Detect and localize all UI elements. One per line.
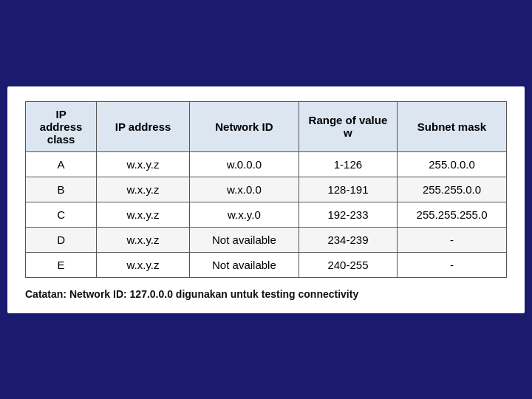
range-b: 128-191 — [299, 177, 397, 202]
subnet-b: 255.255.0.0 — [398, 177, 507, 202]
range-d: 234-239 — [299, 227, 397, 252]
ip-c: w.x.y.z — [97, 202, 190, 227]
netid-d: Not available — [189, 227, 299, 252]
class-d: D — [26, 227, 97, 252]
ip-b: w.x.y.z — [97, 177, 190, 202]
class-c: C — [26, 202, 97, 227]
table-row: A w.x.y.z w.0.0.0 1-126 255.0.0.0 — [26, 151, 507, 177]
class-a: A — [26, 151, 97, 177]
header-network-id: Network ID — [189, 101, 299, 151]
subnet-e: - — [398, 252, 507, 277]
table-row: E w.x.y.z Not available 240-255 - — [26, 252, 507, 277]
table-row: C w.x.y.z w.x.y.0 192-233 255.255.255.0 — [26, 202, 507, 227]
netid-e: Not available — [189, 252, 299, 277]
ip-e: w.x.y.z — [97, 252, 190, 277]
ip-d: w.x.y.z — [97, 227, 190, 252]
header-subnet: Subnet mask — [398, 101, 507, 151]
ip-a: w.x.y.z — [97, 151, 190, 177]
note-text: Catatan: Network ID: 127.0.0.0 digunakan… — [25, 288, 507, 300]
netid-c: w.x.y.0 — [189, 202, 299, 227]
slide-container: IP address class IP address Network ID R… — [7, 86, 525, 313]
netid-a: w.0.0.0 — [189, 151, 299, 177]
range-c: 192-233 — [299, 202, 397, 227]
header-range: Range of value w — [299, 101, 397, 151]
range-e: 240-255 — [299, 252, 397, 277]
header-ip-class: IP address class — [26, 101, 97, 151]
header-ip-address: IP address — [97, 101, 190, 151]
class-b: B — [26, 177, 97, 202]
netid-b: w.x.0.0 — [189, 177, 299, 202]
table-row: B w.x.y.z w.x.0.0 128-191 255.255.0.0 — [26, 177, 507, 202]
range-a: 1-126 — [299, 151, 397, 177]
class-e: E — [26, 252, 97, 277]
ip-table: IP address class IP address Network ID R… — [25, 101, 507, 278]
subnet-d: - — [398, 227, 507, 252]
table-row: D w.x.y.z Not available 234-239 - — [26, 227, 507, 252]
subnet-c: 255.255.255.0 — [398, 202, 507, 227]
subnet-a: 255.0.0.0 — [398, 151, 507, 177]
